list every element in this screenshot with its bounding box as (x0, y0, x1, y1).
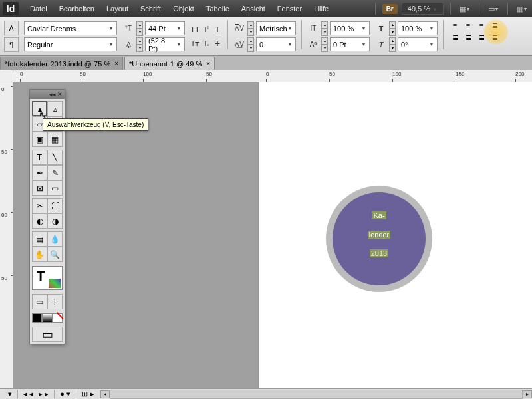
align-right-button[interactable]: ≡ (475, 20, 487, 31)
size-stepper[interactable]: ▴▾ (136, 21, 143, 35)
scissors-tool[interactable]: ✂ (32, 198, 47, 213)
status-preflight[interactable]: ● ▾ (55, 390, 76, 398)
status-zoom[interactable]: ▾ (0, 390, 18, 398)
rectangle-frame-tool[interactable]: ⊠ (32, 180, 47, 196)
doc-tab-1[interactable]: *fotokalender-2013.indd @ 75 %× (0, 57, 123, 70)
pen-tool[interactable]: ✒ (32, 165, 47, 180)
horizontal-ruler[interactable]: 0 50 100 50 0 50 100 150 200 (13, 70, 532, 82)
document-page[interactable]: Ka- lender 2013 (259, 82, 532, 388)
skew-input[interactable]: 0°▼ (398, 37, 438, 51)
view-mode-button[interactable]: ▭ (32, 327, 63, 342)
direct-selection-tool[interactable]: ▵ (47, 101, 63, 116)
tooltip: Auswahlwerkzeug (V, Esc-Taste) (43, 118, 148, 131)
eyedropper-tool[interactable]: 💧 (47, 231, 63, 247)
align-justify-center-button[interactable]: ≣ (449, 32, 461, 43)
menu-objekt[interactable]: Objekt (167, 5, 200, 13)
rectangle-tool[interactable]: ▭ (47, 180, 63, 196)
hscale-stepper[interactable]: ▴▾ (389, 21, 396, 35)
strikethrough-icon[interactable]: T (213, 37, 222, 49)
scroll-left-arrow[interactable]: ◂ (100, 390, 110, 398)
fill-stroke-swatch[interactable] (32, 266, 63, 290)
type-tool[interactable]: T (32, 150, 47, 165)
scroll-right-arrow[interactable]: ▸ (523, 390, 532, 398)
para-mode-button[interactable]: ¶ (4, 37, 19, 52)
font-size-input[interactable]: 44 Pt▼ (145, 21, 185, 35)
pencil-tool[interactable]: ✎ (47, 165, 63, 180)
zoom-level-select[interactable]: 49,5 % ▼ (402, 3, 444, 15)
tracking-icon: A͟V (233, 39, 245, 51)
close-icon[interactable]: × (114, 60, 118, 67)
subscript-icon[interactable]: Tᵢ (201, 37, 211, 49)
font-size-icon: ᵀT (122, 23, 134, 35)
close-icon[interactable]: × (206, 60, 210, 67)
align-justify-right-button[interactable]: ≣ (462, 32, 474, 43)
vscale-stepper[interactable]: ▴▾ (321, 21, 328, 35)
leading-stepper[interactable]: ▴▾ (136, 37, 143, 51)
menu-tabelle[interactable]: Tabelle (200, 5, 235, 13)
skew-stepper[interactable]: ▴▾ (389, 37, 396, 51)
align-towards-spine-button[interactable]: ≣ (489, 32, 501, 43)
align-justify-left-button[interactable]: ≣ (489, 20, 501, 31)
font-style-select[interactable]: Regular▼ (24, 37, 117, 51)
menu-bar: Id Datei Bearbeiten Layout Schrift Objek… (0, 0, 532, 17)
menu-schrift[interactable]: Schrift (134, 5, 167, 13)
gradient-feather-tool[interactable]: ◑ (47, 213, 63, 229)
align-left-button[interactable]: ≡ (449, 20, 461, 31)
tracking-stepper[interactable]: ▴▾ (247, 37, 254, 51)
menu-fenster[interactable]: Fenster (271, 5, 308, 13)
formatting-text-button[interactable]: T (47, 294, 63, 309)
kerning-icon: A̅V (233, 23, 245, 35)
baseline-stepper[interactable]: ▴▾ (321, 37, 328, 51)
gradient-swatch-tool[interactable]: ◐ (32, 213, 47, 229)
free-transform-tool[interactable]: ⛶ (47, 198, 63, 213)
kerning-stepper[interactable]: ▴▾ (247, 21, 254, 35)
vertical-ruler[interactable]: 0 50 00 50 (0, 82, 13, 388)
apply-color-strip[interactable] (32, 313, 63, 323)
canvas[interactable]: Ka- lender 2013 ◂◂✕ ▴ ▵ ▱ ↔ ▣ ▦ T ╲ ✒ (13, 82, 532, 388)
menu-ansicht[interactable]: Ansicht (235, 5, 271, 13)
status-bar: ▾ ◂ ◂ ▸ ▸ ● ▾ ⊞ ▸ ◂ ▸ (0, 388, 532, 399)
vscale-input[interactable]: 100 %▼ (330, 21, 370, 35)
hscale-input[interactable]: 100 %▼ (398, 21, 438, 35)
content-collector-tool[interactable]: ▣ (32, 132, 47, 147)
workarea: 0 50 100 50 0 50 100 150 200 0 50 00 50 … (0, 70, 532, 388)
note-tool[interactable]: ▤ (32, 231, 47, 247)
baseline-input[interactable]: 0 Pt▼ (330, 37, 370, 51)
align-justify-all-button[interactable]: ≣ (475, 32, 487, 43)
tools-panel-header[interactable]: ◂◂✕ (30, 90, 65, 99)
menu-bearbeiten[interactable]: Bearbeiten (53, 5, 100, 13)
hand-tool[interactable]: ✋ (32, 247, 47, 262)
control-panel: A ¶ Caviar Dreams▼ Regular▼ ᵀT ▴▾ 44 Pt▼… (0, 17, 532, 56)
menu-layout[interactable]: Layout (100, 5, 134, 13)
view-options-icon[interactable]: ▦▼ (458, 3, 472, 15)
bridge-badge[interactable]: Br (382, 4, 398, 14)
circle-frame-inner[interactable]: Ka- lender 2013 (332, 192, 426, 285)
arrange-docs-icon[interactable]: ▥▼ (515, 3, 529, 15)
zoom-tool[interactable]: 🔍 (47, 247, 63, 262)
tracking-input[interactable]: 0▼ (256, 37, 296, 51)
char-mode-button[interactable]: A (4, 21, 19, 35)
formatting-container-button[interactable]: ▭ (32, 294, 47, 309)
kerning-input[interactable]: Metrisch▼ (256, 21, 296, 35)
menu-hilfe[interactable]: Hilfe (308, 5, 334, 13)
document-tab-bar: *fotokalender-2013.indd @ 75 %× *Unbenan… (0, 56, 532, 70)
status-page-nav[interactable]: ◂ ◂ ▸ ▸ (18, 390, 55, 398)
ruler-origin[interactable] (0, 70, 13, 82)
doc-tab-2[interactable]: *Unbenannt-1 @ 49 %× (124, 57, 215, 70)
screen-mode-icon[interactable]: ▭▼ (486, 3, 501, 15)
menu-datei[interactable]: Datei (24, 5, 53, 13)
underline-icon[interactable]: T (213, 23, 222, 35)
align-center-button[interactable]: ≡ (462, 20, 474, 31)
status-open[interactable]: ⊞ ▸ (76, 390, 100, 398)
leading-input[interactable]: (52,8 Pt)▼ (145, 37, 185, 51)
allcaps-icon[interactable]: TT (190, 23, 200, 35)
line-tool[interactable]: ╲ (47, 150, 63, 165)
superscript-icon[interactable]: Tⁱ (201, 23, 211, 35)
content-placer-tool[interactable]: ▦ (47, 132, 63, 147)
font-family-select[interactable]: Caviar Dreams▼ (24, 21, 117, 35)
circle-frame-outer[interactable]: Ka- lender 2013 (326, 186, 432, 292)
calendar-text[interactable]: Ka- lender 2013 (332, 204, 426, 261)
selection-tool[interactable]: ▴ (32, 101, 47, 116)
horizontal-scrollbar[interactable] (110, 390, 523, 399)
smallcaps-icon[interactable]: Tᴛ (190, 37, 200, 49)
